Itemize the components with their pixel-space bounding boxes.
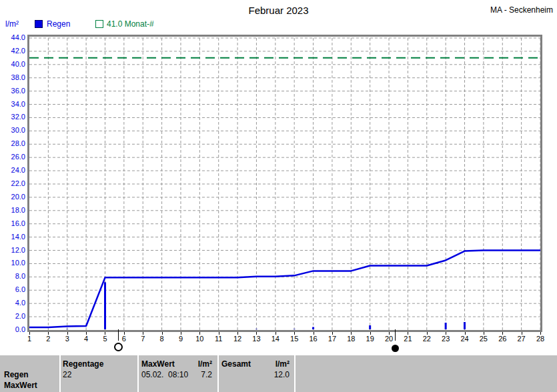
y-axis-label: 26.0 [0,153,25,161]
x-axis-tick [502,332,503,335]
x-axis-label: 16 [304,335,323,343]
column-separator [59,355,61,392]
x-axis-tick [540,332,541,335]
x-axis-label: 9 [171,335,190,343]
column-separator [137,355,139,392]
month-reference-label: 41.0 Monat-# [107,19,154,29]
x-axis-label: 27 [512,335,531,343]
y-axis-label: 36.0 [0,87,25,95]
y-axis-label: 42.0 [0,47,25,55]
y-axis-label: 6.0 [0,285,25,294]
gesamt-unit-header: l/m² [275,359,290,369]
x-axis-label: 1 [20,335,39,343]
x-axis-tick [351,332,352,335]
x-axis-tick [427,332,428,335]
y-axis-label: 8.0 [0,272,25,281]
maxwert-header-row: MaxWert l/m² [141,359,212,369]
x-axis-tick [370,332,371,335]
y-axis-label: 0.0 [0,325,25,334]
x-axis-tick [256,332,257,335]
row-label-maxwert: MaxWert [4,381,57,390]
column-separator [294,355,296,392]
gesamt-header-row: Gesamt l/m² [221,359,290,369]
column-separator [217,355,219,392]
x-axis-tick [86,332,87,335]
x-axis-label: 21 [398,335,417,343]
x-axis-label: 17 [323,335,342,343]
regentage-value: 22 [63,370,133,379]
new-moon-icon [392,345,399,352]
x-axis-label: 12 [228,335,247,343]
y-axis-label: 44.0 [0,33,25,42]
station-label: MA - Seckenheim [490,5,553,15]
y-axis-label: 18.0 [0,206,25,215]
x-axis-tick [332,332,333,335]
x-axis-label: 4 [77,335,95,343]
x-axis-label: 5 [95,335,114,343]
y-axis-label: 16.0 [0,219,25,228]
x-axis-tick [162,332,163,335]
regentage-cell: Regentage 22 [63,355,133,392]
row-labels-cell: Regen MaxWert [4,355,57,392]
row-label-regen: Regen [4,370,57,379]
x-axis-label: 13 [247,335,265,343]
x-axis-tick [294,332,295,335]
x-axis-label: 18 [342,335,360,343]
x-axis-tick [408,332,408,335]
x-axis-label: 14 [266,335,285,343]
x-axis-label: 7 [133,335,152,343]
y-axis-label: 12.0 [0,246,25,255]
x-axis-tick [275,332,276,335]
y-axis-label: 10.0 [0,259,25,267]
x-axis-label: 19 [361,335,380,343]
x-axis-label: 25 [474,335,493,343]
x-axis-tick [522,332,522,335]
gesamt-cell: Gesamt l/m² 12.0 [221,355,290,392]
y-axis-label: 40.0 [0,60,25,69]
y-axis-label: 38.0 [0,73,25,82]
x-axis-tick [484,332,484,335]
moon-marker-tick [395,329,396,341]
x-axis-tick [237,332,238,335]
x-axis-tick [105,332,105,335]
x-axis-tick [314,332,314,335]
y-axis-label: 28.0 [0,139,25,148]
y-axis-label: 2.0 [0,312,25,321]
x-axis-tick [48,332,49,335]
x-axis-label: 11 [209,335,228,343]
y-axis-label: 14.0 [0,233,25,241]
y-axis-label: 32.0 [0,113,25,121]
rain-chart-window: Februar 2023 MA - Seckenheim l/m² Regen … [0,0,557,392]
x-axis-tick [143,332,143,335]
x-axis-label: 3 [58,335,77,343]
x-axis-label: 28 [531,335,550,343]
regen-series-swatch-icon [35,20,43,28]
maxwert-datetime: 05.02. 08:10 [141,370,188,379]
maxwert-cell: MaxWert l/m² 05.02. 08:10 7.2 [141,355,212,392]
x-axis-label: 24 [456,335,474,343]
y-axis-label: 22.0 [0,179,25,188]
month-reference-swatch-icon [95,20,103,28]
summary-bar: Regen MaxWert Regentage 22 MaxWert l/m² … [0,355,557,392]
x-axis-tick [446,332,446,335]
x-axis-label: 10 [190,335,209,343]
x-axis-label: 2 [39,335,57,343]
maxwert-header: MaxWert [141,359,175,369]
maxwert-value-row: 05.02. 08:10 7.2 [141,370,212,379]
x-axis-tick [465,332,466,335]
gesamt-header: Gesamt [221,359,251,369]
y-axis-label: 4.0 [0,299,25,307]
x-axis-label: 8 [153,335,171,343]
x-axis-tick [181,332,181,335]
x-axis-tick [199,332,200,335]
regentage-header: Regentage [63,359,133,369]
moon-marker-tick [118,329,119,341]
y-axis-label: 20.0 [0,193,25,201]
x-axis-label: 23 [436,335,455,343]
y-axis-label: 24.0 [0,166,25,175]
full-moon-icon [114,343,123,351]
x-axis-label: 26 [493,335,512,343]
y-axis-label: 30.0 [0,126,25,135]
x-axis-label: 22 [418,335,436,343]
chart-svg [29,37,540,330]
